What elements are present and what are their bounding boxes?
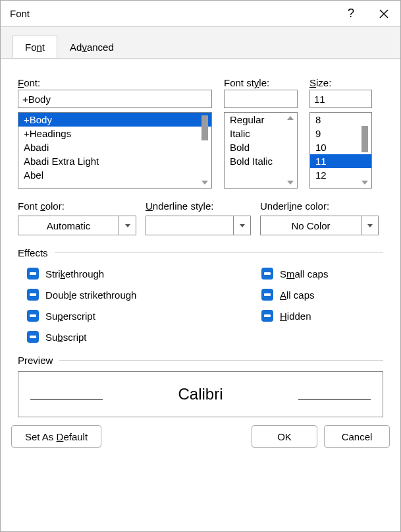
chevron-down-icon (240, 224, 245, 227)
checkbox-icon (27, 310, 39, 322)
size-listbox[interactable]: 8 9 10 11 12 (309, 112, 372, 189)
close-icon (379, 9, 388, 18)
underline-style-column: Underline style: (146, 200, 251, 235)
style-label: Font style: (224, 77, 298, 88)
chevron-down-icon (125, 224, 130, 227)
underline-style-label: Underline style: (146, 200, 251, 212)
font-color-column: Font color: Automatic (18, 200, 136, 235)
dialog-title: Font (1, 8, 334, 19)
checkbox-label: Small caps (280, 268, 328, 280)
checkbox-icon (261, 268, 273, 280)
checkbox-label: Hidden (280, 310, 311, 322)
size-scrollbar[interactable] (360, 114, 370, 187)
chevron-down-icon (367, 224, 373, 227)
style-scrollbar[interactable] (285, 114, 296, 187)
preview-box: Calibri (18, 371, 383, 417)
checkbox-label: Superscript (45, 310, 95, 322)
cancel-button[interactable]: Cancel (324, 425, 390, 448)
underline-color-value: No Color (260, 216, 361, 235)
scroll-up-icon[interactable] (287, 116, 294, 120)
scroll-down-icon[interactable] (201, 181, 208, 185)
strikethrough-checkbox[interactable]: Strikethrough (27, 268, 261, 280)
subscript-checkbox[interactable]: Subscript (27, 331, 261, 343)
preview-line-right (298, 399, 371, 400)
underline-color-column: Underline color: No Color (260, 200, 379, 235)
help-icon: ? (348, 7, 354, 20)
set-as-default-button[interactable]: Set As Default (11, 425, 101, 448)
font-row: Font: +Body +Headings Abadi Abadi Extra … (18, 77, 383, 189)
underline-style-combo[interactable] (146, 216, 251, 235)
tab-body: Font: +Body +Headings Abadi Abadi Extra … (1, 58, 400, 417)
button-label: OK (277, 431, 292, 442)
hidden-checkbox[interactable]: Hidden (261, 310, 328, 322)
checkbox-icon (27, 331, 39, 343)
checkbox-icon (27, 289, 39, 301)
preview-text: Calibri (109, 385, 292, 403)
font-color-value: Automatic (18, 216, 119, 235)
font-input[interactable] (18, 90, 212, 108)
font-color-drop[interactable] (119, 216, 136, 235)
style-input[interactable] (224, 90, 298, 108)
underline-style-drop[interactable] (234, 216, 251, 235)
font-color-label: Font color: (18, 200, 136, 212)
checkbox-label: All caps (280, 289, 315, 301)
button-label: Set As Default (25, 431, 88, 442)
tab-font[interactable]: Font (13, 36, 57, 59)
checkbox-icon (27, 268, 39, 280)
font-list-item[interactable]: Abel (18, 168, 211, 182)
font-list-item[interactable]: Abadi Extra Light (18, 154, 211, 168)
font-scrollbar[interactable] (200, 114, 210, 187)
style-listbox[interactable]: Regular Italic Bold Bold Italic (224, 112, 298, 189)
preview-section: Preview Calibri (18, 355, 383, 417)
tabs-area: Font Advanced Font: +Body +Headings Abad… (1, 27, 400, 417)
close-button[interactable] (367, 1, 400, 27)
tab-list: Font Advanced (1, 35, 400, 58)
effects-legend: Effects (18, 247, 383, 258)
font-dialog: Font ? Font Advanced Font: (0, 0, 401, 532)
dialog-footer: Set As Default OK Cancel (1, 417, 400, 458)
titlebar: Font ? (1, 1, 400, 27)
underline-color-drop[interactable] (361, 216, 379, 235)
preview-line-left (30, 399, 103, 400)
font-color-combo[interactable]: Automatic (18, 216, 136, 235)
scrollbar-thumb[interactable] (361, 126, 368, 152)
style-column: Font style: Regular Italic Bold Bold Ita… (224, 77, 298, 189)
font-listbox[interactable]: +Body +Headings Abadi Abadi Extra Light … (18, 112, 212, 189)
superscript-checkbox[interactable]: Superscript (27, 310, 261, 322)
font-list-item[interactable]: +Headings (18, 127, 211, 140)
checkbox-label: Subscript (45, 332, 87, 343)
checkbox-label: Double strikethrough (45, 289, 136, 301)
checkbox-icon (261, 289, 273, 301)
scrollbar-thumb[interactable] (201, 115, 208, 140)
scroll-down-icon[interactable] (287, 181, 294, 185)
button-label: Cancel (342, 431, 373, 442)
font-list-item[interactable]: Abadi (18, 140, 211, 154)
ok-button[interactable]: OK (252, 425, 317, 448)
double-strikethrough-checkbox[interactable]: Double strikethrough (27, 289, 261, 301)
preview-legend: Preview (18, 355, 383, 366)
size-input[interactable] (309, 90, 372, 108)
underline-style-value (146, 216, 234, 235)
scroll-down-icon[interactable] (361, 181, 368, 185)
help-button[interactable]: ? (334, 1, 367, 27)
size-column: Size: 8 9 10 11 12 (309, 77, 372, 189)
size-label: Size: (309, 77, 372, 88)
all-caps-checkbox[interactable]: All caps (261, 289, 328, 301)
underline-color-label: Underline color: (260, 200, 379, 212)
font-list-item[interactable]: +Body (18, 113, 211, 127)
checkbox-label: Strikethrough (45, 268, 104, 280)
small-caps-checkbox[interactable]: Small caps (261, 268, 328, 280)
font-label: Font: (18, 77, 212, 88)
tab-advanced[interactable]: Advanced (57, 36, 126, 59)
font-column: Font: +Body +Headings Abadi Abadi Extra … (18, 77, 212, 189)
underline-color-combo[interactable]: No Color (260, 216, 379, 235)
color-row: Font color: Automatic Underline style: U… (18, 200, 383, 235)
effects-section: Effects Strikethrough Double strikethrou… (18, 247, 383, 343)
checkbox-icon (261, 310, 273, 322)
